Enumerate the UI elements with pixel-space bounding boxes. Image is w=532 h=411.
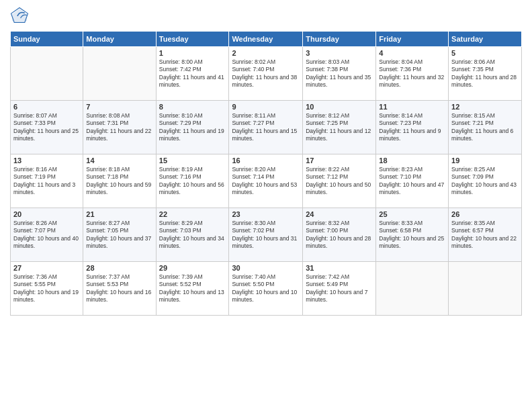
sunset-label: Sunset: 7:16 PM <box>159 173 202 180</box>
daylight-label: Daylight: 11 hours and 35 minutes. <box>306 74 371 88</box>
day-cell: 20 Sunrise: 8:26 AM Sunset: 7:07 PM Dayl… <box>11 208 83 262</box>
sunset-label: Sunset: 6:58 PM <box>379 227 421 234</box>
day-number: 1 <box>159 49 226 57</box>
sunset-label: Sunset: 7:03 PM <box>159 227 202 234</box>
calendar-header: SundayMondayTuesdayWednesdayThursdayFrid… <box>11 32 522 47</box>
daylight-label: Daylight: 11 hours and 38 minutes. <box>232 74 297 88</box>
day-number: 27 <box>13 264 80 272</box>
sunrise-label: Sunrise: 8:03 AM <box>306 58 349 65</box>
day-info: Sunrise: 8:23 AM Sunset: 7:10 PM Dayligh… <box>379 166 445 197</box>
day-number: 28 <box>86 264 152 272</box>
day-info: Sunrise: 8:06 AM Sunset: 7:35 PM Dayligh… <box>451 58 519 89</box>
sunrise-label: Sunrise: 8:35 AM <box>451 220 495 226</box>
day-number: 5 <box>451 49 519 57</box>
day-number: 25 <box>379 210 445 218</box>
sunrise-label: Sunrise: 8:23 AM <box>379 166 423 173</box>
day-info: Sunrise: 8:15 AM Sunset: 7:21 PM Dayligh… <box>451 112 519 143</box>
day-info: Sunrise: 8:29 AM Sunset: 7:03 PM Dayligh… <box>159 220 226 250</box>
sunrise-label: Sunrise: 8:16 AM <box>13 166 57 173</box>
daylight-label: Daylight: 11 hours and 15 minutes. <box>232 128 297 142</box>
day-cell: 30 Sunrise: 7:40 AM Sunset: 5:50 PM Dayl… <box>229 262 303 316</box>
daylight-label: Daylight: 10 hours and 28 minutes. <box>306 235 371 249</box>
daylight-label: Daylight: 10 hours and 7 minutes. <box>306 289 367 303</box>
day-info: Sunrise: 8:20 AM Sunset: 7:14 PM Dayligh… <box>232 166 300 197</box>
day-number: 13 <box>13 156 80 165</box>
sunrise-label: Sunrise: 8:26 AM <box>13 220 57 226</box>
day-number: 15 <box>159 156 226 165</box>
day-header-monday: Monday <box>83 32 156 47</box>
day-cell: 16 Sunrise: 8:20 AM Sunset: 7:14 PM Dayl… <box>229 154 303 208</box>
daylight-label: Daylight: 11 hours and 3 minutes. <box>13 181 75 195</box>
sunset-label: Sunset: 7:27 PM <box>232 120 274 126</box>
day-cell: 26 Sunrise: 8:35 AM Sunset: 6:57 PM Dayl… <box>449 208 522 262</box>
day-number: 29 <box>159 264 226 272</box>
sunset-label: Sunset: 5:49 PM <box>306 281 348 287</box>
day-cell: 27 Sunrise: 7:36 AM Sunset: 5:55 PM Dayl… <box>11 262 83 316</box>
day-number: 8 <box>159 103 226 111</box>
sunrise-label: Sunrise: 8:32 AM <box>306 220 349 226</box>
day-info: Sunrise: 8:02 AM Sunset: 7:40 PM Dayligh… <box>232 58 300 89</box>
sunset-label: Sunset: 7:02 PM <box>232 227 274 234</box>
day-info: Sunrise: 8:12 AM Sunset: 7:25 PM Dayligh… <box>306 112 373 143</box>
daylight-label: Daylight: 11 hours and 9 minutes. <box>379 128 441 142</box>
daylight-label: Daylight: 10 hours and 34 minutes. <box>159 235 224 249</box>
day-cell: 10 Sunrise: 8:12 AM Sunset: 7:25 PM Dayl… <box>303 101 376 154</box>
sunset-label: Sunset: 7:14 PM <box>232 173 274 180</box>
daylight-label: Daylight: 10 hours and 50 minutes. <box>306 181 371 195</box>
daylight-label: Daylight: 10 hours and 56 minutes. <box>159 181 224 195</box>
day-info: Sunrise: 8:35 AM Sunset: 6:57 PM Dayligh… <box>451 220 519 250</box>
daylight-label: Daylight: 10 hours and 16 minutes. <box>86 289 151 303</box>
logo <box>10 7 32 26</box>
day-info: Sunrise: 8:25 AM Sunset: 7:09 PM Dayligh… <box>451 166 519 197</box>
day-cell: 15 Sunrise: 8:19 AM Sunset: 7:16 PM Dayl… <box>156 154 229 208</box>
day-cell: 3 Sunrise: 8:03 AM Sunset: 7:38 PM Dayli… <box>303 47 376 101</box>
sunset-label: Sunset: 6:57 PM <box>451 227 494 234</box>
day-number: 22 <box>159 210 226 218</box>
day-header-thursday: Thursday <box>303 32 376 47</box>
day-cell: 29 Sunrise: 7:39 AM Sunset: 5:52 PM Dayl… <box>156 262 229 316</box>
day-number: 21 <box>86 210 152 218</box>
daylight-label: Daylight: 10 hours and 40 minutes. <box>13 235 79 249</box>
daylight-label: Daylight: 10 hours and 25 minutes. <box>379 235 444 249</box>
sunset-label: Sunset: 7:10 PM <box>379 173 421 180</box>
day-info: Sunrise: 7:42 AM Sunset: 5:49 PM Dayligh… <box>306 273 373 304</box>
day-number: 24 <box>306 210 373 218</box>
sunrise-label: Sunrise: 8:22 AM <box>306 166 349 173</box>
week-row-2: 6 Sunrise: 8:07 AM Sunset: 7:33 PM Dayli… <box>11 101 522 154</box>
day-number: 14 <box>86 156 152 165</box>
sunrise-label: Sunrise: 8:29 AM <box>159 220 203 226</box>
sunrise-label: Sunrise: 8:30 AM <box>232 220 275 226</box>
day-cell: 23 Sunrise: 8:30 AM Sunset: 7:02 PM Dayl… <box>229 208 303 262</box>
sunset-label: Sunset: 7:35 PM <box>451 66 494 73</box>
day-cell: 21 Sunrise: 8:27 AM Sunset: 7:05 PM Dayl… <box>83 208 156 262</box>
sunrise-label: Sunrise: 8:33 AM <box>379 220 423 226</box>
day-info: Sunrise: 8:08 AM Sunset: 7:31 PM Dayligh… <box>86 112 152 143</box>
logo-icon <box>10 7 29 26</box>
day-info: Sunrise: 8:11 AM Sunset: 7:27 PM Dayligh… <box>232 112 300 143</box>
day-cell: 5 Sunrise: 8:06 AM Sunset: 7:35 PM Dayli… <box>449 47 522 101</box>
day-info: Sunrise: 8:33 AM Sunset: 6:58 PM Dayligh… <box>379 220 445 250</box>
week-row-1: 1 Sunrise: 8:00 AM Sunset: 7:42 PM Dayli… <box>11 47 522 101</box>
daylight-label: Daylight: 10 hours and 59 minutes. <box>86 181 151 195</box>
sunrise-label: Sunrise: 7:36 AM <box>13 273 57 280</box>
daylight-label: Daylight: 10 hours and 13 minutes. <box>159 289 224 303</box>
sunset-label: Sunset: 7:29 PM <box>159 120 202 126</box>
day-header-tuesday: Tuesday <box>156 32 229 47</box>
sunset-label: Sunset: 7:38 PM <box>306 66 348 73</box>
day-cell: 6 Sunrise: 8:07 AM Sunset: 7:33 PM Dayli… <box>11 101 83 154</box>
day-cell: 18 Sunrise: 8:23 AM Sunset: 7:10 PM Dayl… <box>376 154 449 208</box>
sunset-label: Sunset: 7:05 PM <box>86 227 128 234</box>
day-number: 4 <box>379 49 445 57</box>
sunset-label: Sunset: 7:09 PM <box>451 173 494 180</box>
day-number: 20 <box>13 210 80 218</box>
day-info: Sunrise: 8:19 AM Sunset: 7:16 PM Dayligh… <box>159 166 226 197</box>
header <box>10 7 522 26</box>
sunrise-label: Sunrise: 8:19 AM <box>159 166 203 173</box>
sunrise-label: Sunrise: 7:39 AM <box>159 273 203 280</box>
day-info: Sunrise: 8:32 AM Sunset: 7:00 PM Dayligh… <box>306 220 373 250</box>
day-info: Sunrise: 8:00 AM Sunset: 7:42 PM Dayligh… <box>159 58 226 89</box>
day-info: Sunrise: 7:39 AM Sunset: 5:52 PM Dayligh… <box>159 273 226 304</box>
day-info: Sunrise: 8:26 AM Sunset: 7:07 PM Dayligh… <box>13 220 80 250</box>
day-number: 7 <box>86 103 152 111</box>
daylight-label: Daylight: 11 hours and 32 minutes. <box>379 74 444 88</box>
